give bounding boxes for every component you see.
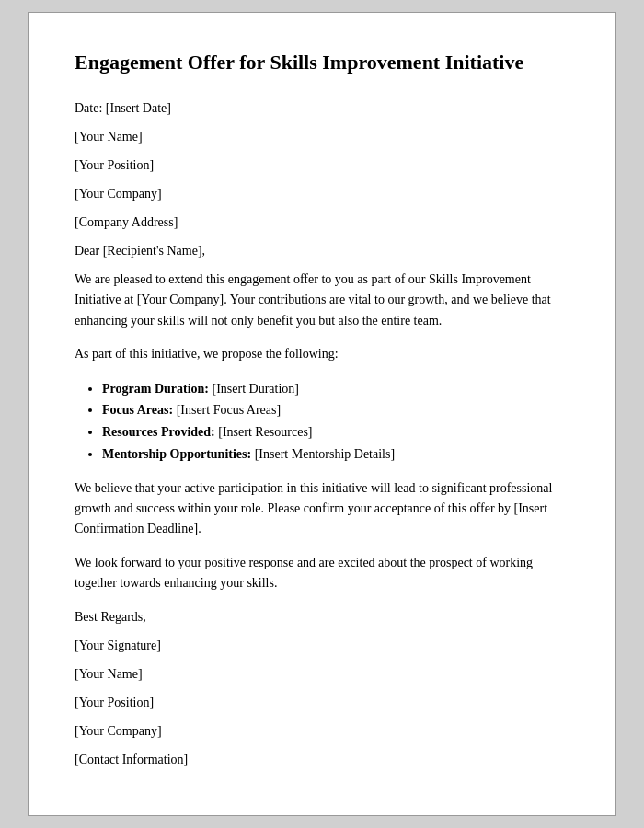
bullet-label-2: Focus Areas: xyxy=(102,403,173,417)
bullet-value-2: [Insert Focus Areas] xyxy=(173,403,281,417)
bullet-value-1: [Insert Duration] xyxy=(209,382,299,396)
intro-list-text: As part of this initiative, we propose t… xyxy=(75,344,569,364)
bullet-label-1: Program Duration: xyxy=(102,382,209,396)
bullet-value-4: [Insert Mentorship Details] xyxy=(251,447,395,461)
your-company-field: [Your Company] xyxy=(75,184,569,203)
closing-signature: [Your Signature] xyxy=(75,636,569,655)
closing-position: [Your Position] xyxy=(75,693,569,712)
company-address-field: [Company Address] xyxy=(75,213,569,232)
body-paragraph-2: We believe that your active participatio… xyxy=(75,478,569,540)
your-position-field: [Your Position] xyxy=(75,155,569,175)
closing-regards: Best Regards, xyxy=(75,607,569,627)
body-paragraph-1: We are pleased to extend this engagement… xyxy=(75,270,569,331)
bullet-value-3: [Insert Resources] xyxy=(215,425,313,439)
list-item: Focus Areas: [Insert Focus Areas] xyxy=(102,399,569,421)
salutation: Dear [Recipient's Name], xyxy=(75,241,569,260)
list-item: Resources Provided: [Insert Resources] xyxy=(102,421,569,443)
body-paragraph-3: We look forward to your positive respons… xyxy=(75,553,569,594)
your-name-field: [Your Name] xyxy=(75,127,569,146)
document-container: Engagement Offer for Skills Improvement … xyxy=(28,12,616,815)
bullet-label-3: Resources Provided: xyxy=(102,425,215,439)
date-field: Date: [Insert Date] xyxy=(75,98,569,118)
proposal-list: Program Duration: [Insert Duration] Focu… xyxy=(102,378,569,466)
list-item: Program Duration: [Insert Duration] xyxy=(102,378,569,400)
closing-name: [Your Name] xyxy=(75,664,569,684)
closing-company: [Your Company] xyxy=(75,721,569,741)
closing-contact: [Contact Information] xyxy=(75,750,569,769)
list-item: Mentorship Opportunities: [Insert Mentor… xyxy=(102,443,569,466)
document-title: Engagement Offer for Skills Improvement … xyxy=(75,50,569,76)
bullet-label-4: Mentorship Opportunities: xyxy=(102,447,251,461)
